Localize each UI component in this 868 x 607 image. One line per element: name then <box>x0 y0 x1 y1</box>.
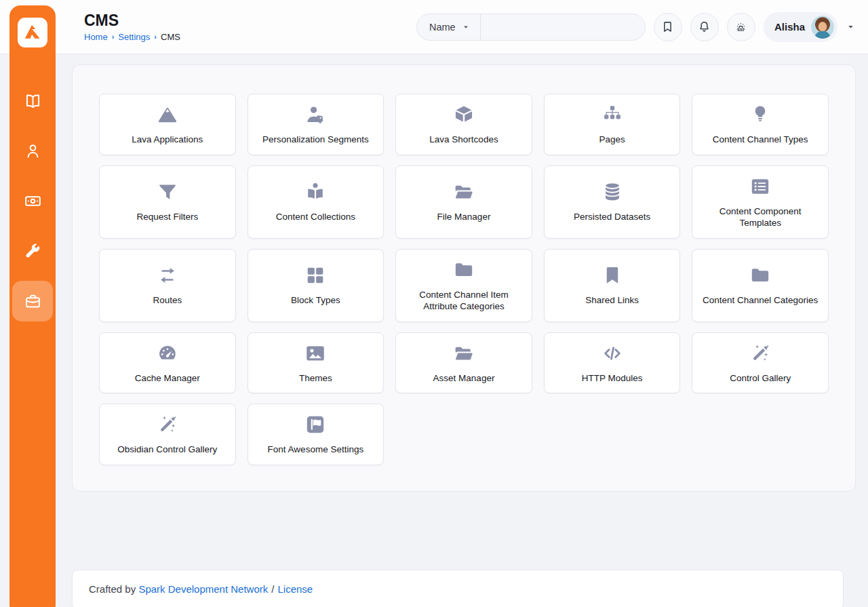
breadcrumb-home[interactable]: Home <box>84 32 108 42</box>
page-footer: Crafted by Spark Development Network / L… <box>72 570 844 607</box>
bell-icon <box>697 20 711 34</box>
sun-haze-icon <box>734 20 748 34</box>
card-label: Block Types <box>291 294 340 307</box>
folder-icon <box>749 264 772 287</box>
card-label: Content Collections <box>276 211 355 223</box>
person-icon <box>24 142 42 160</box>
settings-panel: Lava ApplicationsPersonalization Segment… <box>72 64 856 492</box>
sidebar-item-tools[interactable] <box>12 231 53 271</box>
card-label: Asset Manager <box>433 372 495 385</box>
notifications-button[interactable] <box>690 13 719 41</box>
book-reader-icon <box>304 180 327 203</box>
card-request-filters[interactable]: Request Filters <box>99 165 236 239</box>
card-pages[interactable]: Pages <box>544 94 681 155</box>
header-actions: Name Alisha <box>416 12 856 42</box>
top-header: CMS Home › Settings › CMS Name Alisha <box>0 0 868 54</box>
breadcrumb-separator: › <box>154 33 157 41</box>
user-menu[interactable]: Alisha <box>764 12 837 42</box>
card-label: Persisted Datasets <box>574 211 650 223</box>
spark-development-network-link[interactable]: Spark Development Network <box>138 583 268 595</box>
mountain-icon <box>156 103 179 126</box>
sidebar-item-work-settings[interactable] <box>12 281 53 321</box>
user-menu-caret[interactable] <box>846 22 856 32</box>
breadcrumb-current: CMS <box>161 32 180 42</box>
search-filter-dropdown[interactable]: Name <box>417 14 481 40</box>
card-content-collections[interactable]: Content Collections <box>248 165 384 239</box>
card-label: Content Channel Item Attribute Categorie… <box>403 289 525 313</box>
card-obsidian-control-gallery[interactable]: Obsidian Control Gallery <box>99 404 236 465</box>
card-lava-applications[interactable]: Lava Applications <box>99 94 236 155</box>
card-shared-links[interactable]: Shared Links <box>544 249 681 322</box>
th-large-icon <box>304 264 327 287</box>
wand-icon <box>749 342 772 365</box>
card-label: Font Awesome Settings <box>268 444 364 456</box>
card-label: Lava Shortcodes <box>429 134 498 146</box>
page-title: CMS <box>84 12 180 29</box>
card-themes[interactable]: Themes <box>248 332 384 394</box>
folder-icon <box>452 258 475 281</box>
exchange-icon <box>156 264 179 287</box>
rock-logo[interactable] <box>18 18 47 47</box>
card-label: Control Gallery <box>730 372 791 385</box>
footer-prefix: Crafted by <box>89 583 136 595</box>
wrench-icon <box>24 242 42 260</box>
user-tag-icon <box>304 103 327 126</box>
card-content-channel-types[interactable]: Content Channel Types <box>692 94 829 155</box>
card-label: Lava Applications <box>132 134 203 146</box>
card-label: Personalization Segments <box>262 134 369 146</box>
card-file-manager[interactable]: File Manager <box>395 165 532 239</box>
card-label: Obsidian Control Gallery <box>117 444 217 456</box>
breadcrumb-separator: › <box>112 33 115 41</box>
card-content-channel-item-attribute-categories[interactable]: Content Channel Item Attribute Categorie… <box>395 249 532 322</box>
card-label: Shared Links <box>585 294 639 307</box>
main-content: Lava ApplicationsPersonalization Segment… <box>0 54 868 607</box>
gauge-icon <box>156 342 179 365</box>
card-persisted-datasets[interactable]: Persisted Datasets <box>544 165 681 239</box>
card-label: File Manager <box>437 211 491 223</box>
breadcrumb: Home › Settings › CMS <box>84 32 180 42</box>
bookmarks-button[interactable] <box>654 13 682 41</box>
card-asset-manager[interactable]: Asset Manager <box>395 332 532 394</box>
theme-toggle-button[interactable] <box>727 13 755 41</box>
sidebar-item-finance[interactable] <box>12 180 53 221</box>
folder-open-icon <box>452 342 475 365</box>
briefcase-icon <box>24 292 42 311</box>
database-icon <box>601 180 624 203</box>
card-content-component-templates[interactable]: Content Component Templates <box>692 165 829 239</box>
license-link[interactable]: License <box>277 583 313 595</box>
card-label: Content Channel Categories <box>703 294 818 307</box>
breadcrumb-settings[interactable]: Settings <box>118 32 150 42</box>
rock-logo-icon <box>22 21 43 44</box>
card-label: HTTP Modules <box>582 372 643 385</box>
card-label: Content Component Templates <box>699 205 821 229</box>
sidebar <box>9 5 56 607</box>
card-control-gallery[interactable]: Control Gallery <box>692 332 829 394</box>
card-label: Themes <box>299 372 332 385</box>
card-routes[interactable]: Routes <box>99 249 236 322</box>
bookmark-icon <box>601 264 624 287</box>
card-cache-manager[interactable]: Cache Manager <box>99 332 236 394</box>
money-bill-icon <box>24 192 42 210</box>
card-block-types[interactable]: Block Types <box>248 249 384 322</box>
avatar <box>811 16 834 39</box>
card-content-channel-categories[interactable]: Content Channel Categories <box>692 249 829 322</box>
cube-icon <box>452 103 475 126</box>
wand-icon <box>156 413 179 436</box>
image-icon <box>304 342 327 365</box>
list-alt-icon <box>749 175 772 198</box>
card-lava-shortcodes[interactable]: Lava Shortcodes <box>395 94 532 155</box>
search-input[interactable] <box>481 14 645 40</box>
card-personalization-segments[interactable]: Personalization Segments <box>248 94 384 155</box>
sidebar-item-library[interactable] <box>12 80 53 121</box>
card-http-modules[interactable]: HTTP Modules <box>544 332 681 394</box>
lightbulb-icon <box>749 103 772 126</box>
search-filter-label: Name <box>429 22 456 33</box>
card-label: Request Filters <box>136 211 198 223</box>
card-font-awesome-settings[interactable]: Font Awesome Settings <box>248 404 384 465</box>
filter-icon <box>156 180 179 203</box>
caret-down-icon <box>461 22 471 32</box>
code-icon <box>601 342 624 365</box>
card-label: Pages <box>599 134 625 146</box>
sidebar-item-people[interactable] <box>12 130 53 171</box>
card-label: Content Channel Types <box>713 134 808 146</box>
